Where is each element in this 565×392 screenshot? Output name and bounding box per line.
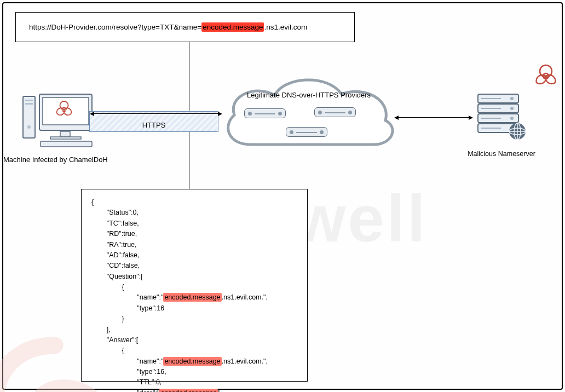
connector-https-to-json — [189, 132, 189, 189]
doh-server-icon-1 — [244, 108, 286, 118]
arrow-computer-to-cloud — [93, 113, 219, 114]
doh-server-icon-3 — [286, 127, 327, 137]
svg-rect-7 — [50, 137, 81, 139]
json-response-box: { "Status":0, "TC":false, "RD":true, "RA… — [81, 189, 308, 382]
url-text: https://DoH-Provider.com/resolve?type=TX… — [29, 23, 307, 31]
connector-url-to-https — [189, 42, 189, 111]
doh-cloud: Legitimate DNS-over-HTTPS Providers — [218, 73, 400, 161]
cloud-label: Legitimate DNS-over-HTTPS Providers — [218, 91, 400, 99]
svg-rect-0 — [23, 96, 35, 138]
svg-point-3 — [27, 125, 31, 129]
doh-server-icon-2 — [314, 107, 356, 117]
https-lane: HTTPS — [89, 111, 218, 132]
malicious-nameserver-label: Malicious Nameserver — [463, 150, 540, 158]
svg-point-18 — [510, 97, 514, 100]
svg-rect-2 — [25, 103, 33, 105]
svg-rect-6 — [60, 131, 70, 137]
url-callout-box: https://DoH-Provider.com/resolve?type=TX… — [15, 12, 355, 42]
biohazard-icon — [533, 64, 558, 91]
highlight-encoded-message: encoded.message — [201, 22, 264, 32]
https-label: HTTPS — [142, 121, 166, 129]
malicious-nameserver-icon — [471, 89, 531, 146]
highlight-q-name: encoded.message — [163, 293, 221, 302]
svg-point-19 — [510, 107, 514, 110]
arrow-cloud-to-nameserver — [397, 117, 470, 118]
highlight-a-data: encoded response — [159, 389, 218, 392]
svg-point-20 — [510, 117, 514, 120]
infected-computer-label: Machine Infected by ChamelDoH — [3, 155, 108, 164]
svg-rect-1 — [25, 100, 33, 101]
svg-rect-8 — [41, 141, 92, 147]
highlight-a-name: encoded.message — [163, 357, 221, 366]
